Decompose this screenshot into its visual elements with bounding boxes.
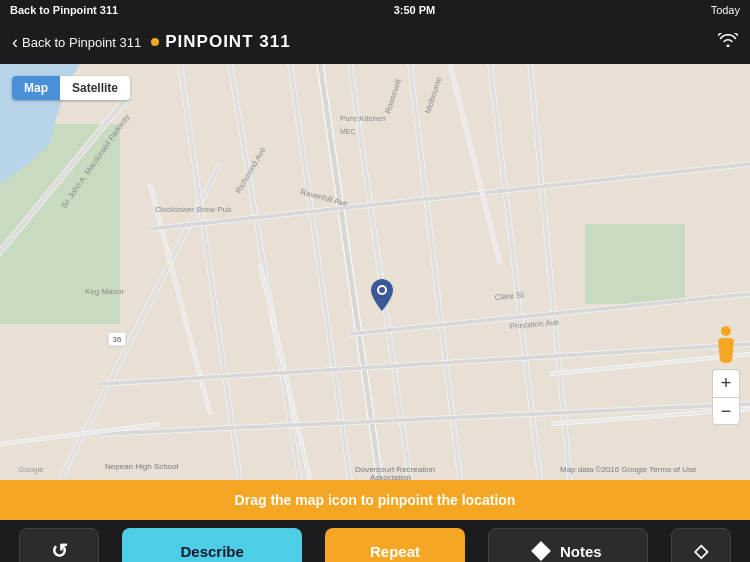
- chevron-left-icon: ‹: [12, 33, 18, 51]
- back-button[interactable]: ‹ Back to Pinpoint 311: [12, 33, 141, 51]
- describe-label: Describe: [181, 543, 244, 560]
- last-icon: ◇: [694, 540, 708, 562]
- svg-text:Map data ©2016 Google   Terms : Map data ©2016 Google Terms of Use: [560, 465, 697, 474]
- zoom-out-button[interactable]: −: [712, 397, 740, 425]
- status-bar-time: 3:50 PM: [394, 4, 436, 16]
- instruction-bar: Drag the map icon to pinpoint the locati…: [0, 480, 750, 520]
- refresh-button[interactable]: ↺: [19, 528, 99, 562]
- notes-label: Notes: [560, 543, 602, 560]
- bottom-toolbar: ↺ Describe Repeat Notes ◇: [0, 520, 750, 562]
- wifi-icon: [718, 33, 738, 51]
- status-bar-right: Today: [711, 4, 740, 16]
- map-background: Sir John A. Macdonald Parkway Roosevelt …: [0, 64, 750, 480]
- svg-text:Nepean High School: Nepean High School: [105, 462, 179, 471]
- satellite-button[interactable]: Satellite: [60, 76, 130, 100]
- last-button[interactable]: ◇: [671, 528, 731, 562]
- map-button[interactable]: Map: [12, 76, 60, 100]
- instruction-text: Drag the map icon to pinpoint the locati…: [235, 492, 516, 508]
- svg-text:Association: Association: [370, 473, 411, 480]
- svg-text:36: 36: [113, 335, 122, 344]
- nav-bar: ‹ Back to Pinpoint 311 PINPOINT 311: [0, 20, 750, 64]
- describe-button[interactable]: Describe: [122, 528, 302, 562]
- svg-text:Keg Manor: Keg Manor: [85, 287, 124, 296]
- svg-rect-2: [585, 224, 685, 304]
- repeat-button[interactable]: Repeat: [325, 528, 465, 562]
- svg-text:Google: Google: [18, 465, 44, 474]
- notes-diamond-icon: [531, 541, 551, 561]
- map-type-selector[interactable]: Map Satellite: [12, 76, 130, 100]
- logo-dot: [151, 38, 159, 46]
- map-pin[interactable]: [370, 279, 394, 311]
- refresh-icon: ↺: [51, 539, 68, 562]
- back-label: Back to Pinpoint 311: [22, 35, 141, 50]
- svg-text:MEC: MEC: [340, 128, 356, 135]
- zoom-controls[interactable]: + −: [712, 369, 740, 425]
- zoom-in-button[interactable]: +: [712, 369, 740, 397]
- status-bar: Back to Pinpoint 311 3:50 PM Today: [0, 0, 750, 20]
- svg-text:Pure Kitchen: Pure Kitchen: [340, 114, 386, 123]
- svg-point-61: [721, 326, 731, 336]
- map-container[interactable]: Sir John A. Macdonald Parkway Roosevelt …: [0, 64, 750, 480]
- street-view-icon[interactable]: [712, 325, 740, 365]
- notes-button[interactable]: Notes: [488, 528, 648, 562]
- svg-text:Clocktower Brew Pub: Clocktower Brew Pub: [155, 205, 232, 214]
- app-logo: PINPOINT 311: [151, 32, 290, 52]
- repeat-label: Repeat: [370, 543, 420, 560]
- logo-text: PINPOINT 311: [165, 32, 290, 52]
- status-bar-date: Today: [711, 4, 740, 16]
- svg-point-63: [379, 287, 385, 293]
- status-bar-back: Back to Pinpoint 311: [10, 4, 118, 16]
